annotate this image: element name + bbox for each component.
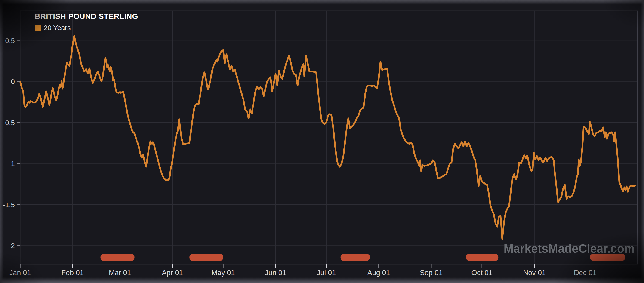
x-axis-label: Jun 01 — [265, 269, 286, 277]
corner-vignette-top-right — [584, 0, 644, 42]
seasonal-highlight-bar — [466, 254, 498, 261]
x-axis-label: Oct 01 — [472, 269, 492, 277]
seasonal-highlight-bar — [340, 254, 370, 261]
seasonal-highlight-bar — [190, 254, 223, 261]
x-axis-label: May 01 — [211, 269, 235, 277]
y-axis-label: -1 — [8, 160, 15, 168]
x-axis-label: Mar 01 — [109, 269, 131, 277]
y-axis-label: 0 — [11, 78, 15, 85]
corner-vignette-top-left — [0, 0, 100, 76]
x-axis-label: Jul 01 — [317, 269, 336, 277]
x-axis-label: Aug 01 — [368, 269, 390, 277]
corner-vignette-bottom-left — [0, 239, 65, 283]
y-axis-label: -0.5 — [3, 119, 15, 126]
seasonal-highlight-bar — [100, 254, 134, 261]
chart-window: 0.50-0.5-1-1.5-2Jan 01Feb 01Mar 01Apr 01… — [0, 0, 644, 283]
y-axis-label: -1.5 — [3, 201, 15, 208]
x-axis-label: Sep 01 — [420, 269, 442, 277]
corner-vignette-bottom-right — [519, 211, 644, 283]
x-axis-label: Apr 01 — [162, 269, 183, 277]
series-line-20-years — [20, 36, 635, 239]
x-axis-label: Feb 01 — [62, 269, 84, 277]
